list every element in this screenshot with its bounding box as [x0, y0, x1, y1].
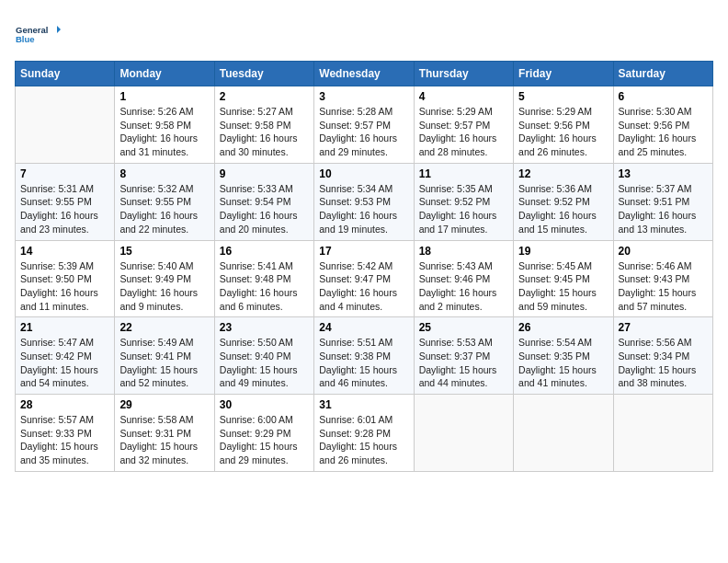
- calendar-cell: 1Sunrise: 5:26 AMSunset: 9:58 PMDaylight…: [115, 86, 214, 164]
- day-number: 1: [119, 90, 209, 103]
- calendar-cell: 27Sunrise: 5:56 AMSunset: 9:34 PMDayligh…: [613, 317, 712, 395]
- day-number: 24: [319, 321, 408, 334]
- col-header-monday: Monday: [115, 62, 214, 86]
- day-number: 23: [220, 321, 309, 334]
- day-info: Sunrise: 6:01 AMSunset: 9:28 PMDaylight:…: [319, 413, 408, 467]
- calendar-cell: 7Sunrise: 5:31 AMSunset: 9:55 PMDaylight…: [16, 163, 115, 240]
- day-info: Sunrise: 5:34 AMSunset: 9:53 PMDaylight:…: [319, 182, 408, 236]
- day-info: Sunrise: 5:42 AMSunset: 9:47 PMDaylight:…: [319, 259, 408, 314]
- calendar-header: SundayMondayTuesdayWednesdayThursdayFrid…: [16, 62, 713, 86]
- col-header-tuesday: Tuesday: [214, 62, 313, 86]
- calendar-cell: 22Sunrise: 5:49 AMSunset: 9:41 PMDayligh…: [115, 317, 214, 395]
- calendar-cell: 16Sunrise: 5:41 AMSunset: 9:48 PMDayligh…: [214, 240, 313, 317]
- day-number: 12: [518, 167, 608, 180]
- day-info: Sunrise: 5:36 AMSunset: 9:52 PMDaylight:…: [518, 182, 608, 236]
- calendar-cell: 21Sunrise: 5:47 AMSunset: 9:42 PMDayligh…: [16, 317, 115, 395]
- calendar-cell: [16, 86, 115, 164]
- day-info: Sunrise: 5:50 AMSunset: 9:40 PMDaylight:…: [220, 336, 309, 390]
- calendar-cell: 4Sunrise: 5:29 AMSunset: 9:57 PMDaylight…: [414, 86, 513, 164]
- day-number: 17: [319, 245, 408, 258]
- day-number: 13: [619, 167, 708, 180]
- calendar-cell: 3Sunrise: 5:28 AMSunset: 9:57 PMDaylight…: [314, 86, 414, 164]
- day-info: Sunrise: 5:57 AMSunset: 9:33 PMDaylight:…: [20, 413, 109, 467]
- day-info: Sunrise: 5:32 AMSunset: 9:55 PMDaylight:…: [119, 182, 209, 236]
- col-header-thursday: Thursday: [414, 62, 513, 86]
- calendar-week-3: 14Sunrise: 5:39 AMSunset: 9:50 PMDayligh…: [16, 240, 713, 317]
- day-info: Sunrise: 5:31 AMSunset: 9:55 PMDaylight:…: [20, 182, 109, 236]
- day-info: Sunrise: 5:41 AMSunset: 9:48 PMDaylight:…: [220, 259, 309, 314]
- calendar-cell: 30Sunrise: 6:00 AMSunset: 9:29 PMDayligh…: [214, 395, 313, 472]
- day-info: Sunrise: 5:47 AMSunset: 9:42 PMDaylight:…: [20, 336, 109, 390]
- day-info: Sunrise: 5:27 AMSunset: 9:58 PMDaylight:…: [220, 105, 309, 159]
- logo: General Blue: [15, 15, 61, 55]
- calendar-cell: 26Sunrise: 5:54 AMSunset: 9:35 PMDayligh…: [514, 317, 613, 395]
- calendar-cell: 25Sunrise: 5:53 AMSunset: 9:37 PMDayligh…: [414, 317, 513, 395]
- calendar-cell: 6Sunrise: 5:30 AMSunset: 9:56 PMDaylight…: [613, 86, 712, 164]
- calendar-cell: 18Sunrise: 5:43 AMSunset: 9:46 PMDayligh…: [414, 240, 513, 317]
- calendar-cell: 15Sunrise: 5:40 AMSunset: 9:49 PMDayligh…: [115, 240, 214, 317]
- calendar-cell: 28Sunrise: 5:57 AMSunset: 9:33 PMDayligh…: [16, 395, 115, 472]
- day-number: 18: [419, 245, 508, 258]
- day-number: 15: [119, 245, 209, 258]
- calendar-cell: [514, 395, 613, 472]
- calendar-week-4: 21Sunrise: 5:47 AMSunset: 9:42 PMDayligh…: [16, 317, 713, 395]
- calendar-cell: 8Sunrise: 5:32 AMSunset: 9:55 PMDaylight…: [115, 163, 214, 240]
- day-number: 2: [220, 90, 309, 103]
- calendar-cell: 17Sunrise: 5:42 AMSunset: 9:47 PMDayligh…: [314, 240, 414, 317]
- svg-text:General: General: [16, 25, 48, 35]
- day-number: 19: [518, 245, 608, 258]
- calendar-cell: 12Sunrise: 5:36 AMSunset: 9:52 PMDayligh…: [514, 163, 613, 240]
- calendar-cell: [613, 395, 712, 472]
- calendar-cell: 9Sunrise: 5:33 AMSunset: 9:54 PMDaylight…: [214, 163, 313, 240]
- day-info: Sunrise: 5:39 AMSunset: 9:50 PMDaylight:…: [20, 259, 109, 314]
- day-number: 31: [319, 398, 408, 411]
- day-number: 30: [220, 398, 309, 411]
- day-number: 26: [518, 321, 608, 334]
- day-number: 3: [319, 90, 408, 103]
- day-info: Sunrise: 5:45 AMSunset: 9:45 PMDaylight:…: [518, 259, 608, 314]
- day-info: Sunrise: 6:00 AMSunset: 9:29 PMDaylight:…: [220, 413, 309, 467]
- day-info: Sunrise: 5:37 AMSunset: 9:51 PMDaylight:…: [619, 182, 708, 236]
- day-info: Sunrise: 5:43 AMSunset: 9:46 PMDaylight:…: [419, 259, 508, 314]
- day-number: 16: [220, 245, 309, 258]
- day-info: Sunrise: 5:54 AMSunset: 9:35 PMDaylight:…: [518, 336, 608, 390]
- calendar-cell: 23Sunrise: 5:50 AMSunset: 9:40 PMDayligh…: [214, 317, 313, 395]
- day-number: 27: [619, 321, 708, 334]
- calendar-week-1: 1Sunrise: 5:26 AMSunset: 9:58 PMDaylight…: [16, 86, 713, 164]
- col-header-friday: Friday: [514, 62, 613, 86]
- day-number: 9: [220, 167, 309, 180]
- day-info: Sunrise: 5:29 AMSunset: 9:57 PMDaylight:…: [419, 105, 508, 159]
- day-number: 8: [119, 167, 209, 180]
- day-info: Sunrise: 5:49 AMSunset: 9:41 PMDaylight:…: [119, 336, 209, 390]
- calendar-cell: 2Sunrise: 5:27 AMSunset: 9:58 PMDaylight…: [214, 86, 313, 164]
- day-info: Sunrise: 5:35 AMSunset: 9:52 PMDaylight:…: [419, 182, 508, 236]
- svg-text:Blue: Blue: [16, 34, 35, 44]
- day-info: Sunrise: 5:33 AMSunset: 9:54 PMDaylight:…: [220, 182, 309, 236]
- calendar-cell: 24Sunrise: 5:51 AMSunset: 9:38 PMDayligh…: [314, 317, 414, 395]
- svg-marker-2: [57, 26, 61, 33]
- calendar-week-5: 28Sunrise: 5:57 AMSunset: 9:33 PMDayligh…: [16, 395, 713, 472]
- calendar-cell: 20Sunrise: 5:46 AMSunset: 9:43 PMDayligh…: [613, 240, 712, 317]
- calendar-table: SundayMondayTuesdayWednesdayThursdayFrid…: [15, 61, 713, 472]
- col-header-saturday: Saturday: [613, 62, 712, 86]
- day-number: 20: [619, 245, 708, 258]
- day-number: 4: [419, 90, 508, 103]
- day-number: 6: [619, 90, 708, 103]
- calendar-cell: 13Sunrise: 5:37 AMSunset: 9:51 PMDayligh…: [613, 163, 712, 240]
- calendar-cell: 5Sunrise: 5:29 AMSunset: 9:56 PMDaylight…: [514, 86, 613, 164]
- calendar-cell: 29Sunrise: 5:58 AMSunset: 9:31 PMDayligh…: [115, 395, 214, 472]
- day-number: 22: [119, 321, 209, 334]
- logo-svg: General Blue: [15, 15, 61, 55]
- day-number: 21: [20, 321, 109, 334]
- day-info: Sunrise: 5:26 AMSunset: 9:58 PMDaylight:…: [119, 105, 209, 159]
- day-info: Sunrise: 5:40 AMSunset: 9:49 PMDaylight:…: [119, 259, 209, 314]
- calendar-cell: 14Sunrise: 5:39 AMSunset: 9:50 PMDayligh…: [16, 240, 115, 317]
- calendar-cell: 31Sunrise: 6:01 AMSunset: 9:28 PMDayligh…: [314, 395, 414, 472]
- day-number: 11: [419, 167, 508, 180]
- calendar-cell: [414, 395, 513, 472]
- page-header: General Blue: [15, 15, 713, 55]
- day-info: Sunrise: 5:30 AMSunset: 9:56 PMDaylight:…: [619, 105, 708, 159]
- day-number: 25: [419, 321, 508, 334]
- day-info: Sunrise: 5:29 AMSunset: 9:56 PMDaylight:…: [518, 105, 608, 159]
- day-info: Sunrise: 5:58 AMSunset: 9:31 PMDaylight:…: [119, 413, 209, 467]
